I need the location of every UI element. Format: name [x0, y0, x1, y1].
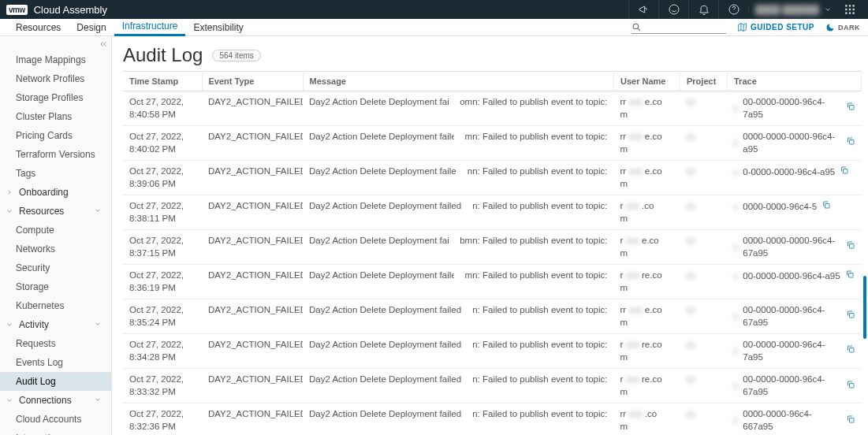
nav-design[interactable]: Design	[69, 19, 114, 36]
main-content: Audit Log 564 items Time StampEvent Type…	[112, 36, 868, 435]
sidebar-group-onboarding[interactable]: Onboarding	[0, 183, 111, 202]
svg-rect-2	[845, 5, 847, 6]
cell-trace: x0000-0000-96c4-5	[728, 195, 862, 230]
guided-setup-button[interactable]: GUIDED SETUP	[737, 22, 814, 32]
column-header-time-stamp[interactable]: Time Stamp	[123, 72, 202, 91]
copy-icon[interactable]	[846, 415, 855, 428]
cell-message: Day2 Action Delete Deployment failed for…	[303, 230, 614, 265]
table-row[interactable]: Oct 27, 2022, 8:36:19 PMDAY2_ACTION_FAIL…	[123, 265, 862, 299]
nav-extensibility[interactable]: Extensibility	[185, 19, 251, 36]
sidebar-item-cloud-accounts[interactable]: Cloud Accounts	[0, 410, 111, 429]
svg-rect-10	[853, 13, 855, 14]
cell-trace: x00-0000-0000-96c4-67a95	[728, 369, 862, 403]
copy-icon[interactable]	[846, 310, 855, 323]
cell-trace: x00-0000-0000-96c4-a95	[728, 265, 862, 299]
sidebar-item-image-mappings[interactable]: Image Mappings	[0, 50, 111, 69]
cell-timestamp: Oct 27, 2022, 8:35:24 PM	[123, 299, 202, 334]
table-row[interactable]: Oct 27, 2022, 8:32:36 PMDAY2_ACTION_FAIL…	[123, 403, 862, 435]
sidebar-item-security[interactable]: Security	[0, 258, 111, 277]
search-input[interactable]	[642, 20, 721, 33]
sidebar-item-storage[interactable]: Storage	[0, 277, 111, 296]
copy-icon[interactable]	[821, 200, 831, 214]
table-row[interactable]: Oct 27, 2022, 8:40:58 PMDAY2_ACTION_FAIL…	[123, 91, 862, 126]
sidebar-item-cluster-plans[interactable]: Cluster Plans	[0, 107, 111, 126]
copy-icon[interactable]	[846, 102, 855, 115]
sidebar-group-connections[interactable]: Connections	[0, 391, 111, 410]
announce-icon[interactable]	[628, 0, 658, 19]
svg-rect-14	[844, 169, 848, 174]
svg-rect-7	[853, 9, 855, 10]
cell-event-type: DAY2_ACTION_FAILED	[202, 230, 303, 265]
sidebar-item-pricing-cards[interactable]: Pricing Cards	[0, 126, 111, 145]
column-header-trace[interactable]: Trace	[728, 72, 862, 91]
scrollbar-thumb[interactable]	[863, 276, 866, 339]
cell-timestamp: Oct 27, 2022, 8:36:19 PM	[123, 265, 202, 299]
svg-point-11	[633, 24, 639, 29]
column-header-project[interactable]: Project	[680, 72, 728, 91]
sidebar-item-network-profiles[interactable]: Network Profiles	[0, 69, 111, 88]
copy-icon[interactable]	[845, 270, 855, 283]
nav-infrastructure[interactable]: Infrastructure	[114, 19, 186, 36]
table-row[interactable]: Oct 27, 2022, 8:39:06 PMDAY2_ACTION_FAIL…	[123, 161, 862, 195]
svg-rect-5	[845, 9, 847, 10]
copy-icon[interactable]	[846, 380, 855, 393]
cell-project: xx	[680, 334, 728, 369]
table-row[interactable]: Oct 27, 2022, 8:38:11 PMDAY2_ACTION_FAIL…	[123, 195, 862, 230]
table-row[interactable]: Oct 27, 2022, 8:35:24 PMDAY2_ACTION_FAIL…	[123, 299, 862, 334]
cell-user: r xxx e.com	[614, 230, 680, 265]
sidebar-item-networks[interactable]: Networks	[0, 240, 111, 258]
cell-user: r xxx re.com	[614, 334, 680, 369]
sidebar-item-audit-log[interactable]: Audit Log	[0, 372, 111, 391]
sidebar-item-terraform-versions[interactable]: Terraform Versions	[0, 145, 111, 164]
table-row[interactable]: Oct 27, 2022, 8:40:02 PMDAY2_ACTION_FAIL…	[123, 126, 862, 161]
table-row[interactable]: Oct 27, 2022, 8:37:15 PMDAY2_ACTION_FAIL…	[123, 230, 862, 265]
audit-log-table: Time StampEvent TypeMessageUser NameProj…	[123, 71, 862, 435]
cell-trace: x0000-0000-96c4-667a95	[728, 403, 862, 435]
table-row[interactable]: Oct 27, 2022, 8:33:32 PMDAY2_ACTION_FAIL…	[123, 369, 862, 403]
table-row[interactable]: Oct 27, 2022, 8:34:28 PMDAY2_ACTION_FAIL…	[123, 334, 862, 369]
copy-icon[interactable]	[846, 344, 855, 358]
cell-event-type: DAY2_ACTION_FAILED	[202, 299, 303, 334]
sidebar-item-tags[interactable]: Tags	[0, 164, 111, 183]
svg-rect-16	[849, 244, 854, 249]
svg-point-0	[669, 5, 679, 14]
cell-project: xx	[680, 126, 728, 161]
sidebar-item-integrations[interactable]: Integrations	[0, 429, 111, 435]
sidebar-item-kubernetes[interactable]: Kubernetes	[0, 296, 111, 315]
column-header-event-type[interactable]: Event Type	[202, 72, 303, 91]
sidebar-item-compute[interactable]: Compute	[0, 221, 111, 240]
column-header-message[interactable]: Message	[303, 72, 614, 91]
cell-event-type: DAY2_ACTION_FAILED	[202, 126, 303, 161]
copy-icon[interactable]	[846, 136, 855, 150]
cell-user: rr xxx e.com	[614, 299, 680, 334]
cell-user: rr xxx e.com	[614, 161, 680, 195]
smile-icon[interactable]	[658, 0, 688, 19]
app-header: vmw Cloud Assembly ████ ██████	[0, 0, 868, 19]
sidebar-item-events-log[interactable]: Events Log	[0, 353, 111, 372]
sidebar-item-storage-profiles[interactable]: Storage Profiles	[0, 88, 111, 107]
cell-trace: x00-0000-0000-96c4-7a95	[728, 91, 862, 126]
svg-rect-18	[849, 314, 854, 318]
dark-mode-toggle[interactable]: DARK	[825, 23, 860, 32]
cell-user: r xxx re.com	[614, 265, 680, 299]
copy-icon[interactable]	[840, 165, 849, 179]
sidebar-collapse-button[interactable]	[99, 39, 108, 51]
sidebar-group-resources[interactable]: Resources	[0, 202, 111, 221]
sidebar-item-requests[interactable]: Requests	[0, 334, 111, 353]
svg-rect-8	[845, 13, 847, 14]
guided-setup-label: GUIDED SETUP	[751, 23, 814, 32]
copy-icon[interactable]	[846, 240, 855, 254]
help-icon[interactable]	[718, 0, 748, 19]
cell-trace: x0000-0000-0000-96c4-67a95	[728, 230, 862, 265]
cell-project: xx	[680, 403, 728, 435]
sidebar: Image MappingsNetwork ProfilesStorage Pr…	[0, 36, 112, 435]
nav-resources[interactable]: Resources	[8, 19, 69, 36]
bell-icon[interactable]	[688, 0, 718, 19]
cell-project: xx	[680, 369, 728, 403]
search-box[interactable]	[631, 20, 726, 34]
cell-user: r xxx re.com	[614, 369, 680, 403]
column-header-user-name[interactable]: User Name	[614, 72, 680, 91]
user-menu[interactable]: ████ ██████	[748, 5, 838, 14]
apps-grid-icon[interactable]	[838, 4, 862, 15]
sidebar-group-activity[interactable]: Activity	[0, 315, 111, 334]
